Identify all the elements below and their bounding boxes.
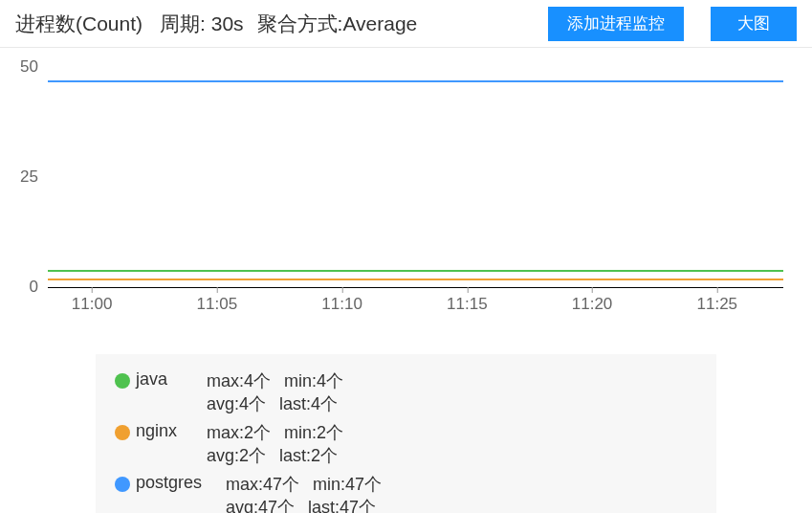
chart-plot-area: 50 25 0 [48,67,783,287]
x-tick-0: 11:00 [72,295,113,313]
series-line-java [48,270,783,272]
legend-item-postgres[interactable]: postgres max:47个 min:47个 avg:47个 last:47… [115,473,417,513]
legend-name-nginx: nginx [136,421,193,441]
chart-container: 50 25 0 11:00 11:05 11:10 11:15 11:20 11… [0,48,812,335]
aggregate-label: 聚合方式:Average [257,11,418,37]
x-axis-line [48,287,783,288]
y-tick-50: 50 [10,57,38,77]
chart-meta-group: 周期: 30s 聚合方式:Average [160,11,417,37]
series-line-nginx [48,279,783,280]
series-line-postgres [48,80,783,82]
period-label: 周期: 30s [160,11,244,37]
chart-header: 进程数(Count) 周期: 30s 聚合方式:Average 添加进程监控 大… [0,0,812,48]
circle-icon [115,425,130,440]
y-tick-0: 0 [10,278,38,297]
legend-stats-java: max:4个 min:4个 avg:4个 last:4个 [207,369,398,415]
x-tick-3: 11:15 [447,295,488,313]
x-axis-ticks: 11:00 11:05 11:10 11:15 11:20 11:25 [48,295,783,323]
chart-title: 进程数(Count) [15,11,143,37]
legend-name-java: java [136,369,193,390]
x-tick-5: 11:25 [697,295,738,313]
add-process-monitor-button[interactable]: 添加进程监控 [548,7,684,41]
x-tick-1: 11:05 [197,295,238,313]
legend-stats-postgres: max:47个 min:47个 avg:47个 last:47个 [226,473,417,513]
enlarge-button[interactable]: 大图 [711,7,797,41]
circle-icon [115,477,130,492]
y-tick-25: 25 [10,167,38,187]
legend-stats-nginx: max:2个 min:2个 avg:2个 last:2个 [207,421,398,467]
legend-name-postgres: postgres [136,473,212,493]
x-tick-4: 11:20 [572,295,613,313]
x-tick-2: 11:10 [321,295,362,313]
legend: java max:4个 min:4个 avg:4个 last:4个 nginx … [96,354,716,513]
plot [48,67,783,287]
legend-item-nginx[interactable]: nginx max:2个 min:2个 avg:2个 last:2个 [115,421,398,467]
circle-icon [115,373,130,389]
legend-item-java[interactable]: java max:4个 min:4个 avg:4个 last:4个 [115,369,398,415]
